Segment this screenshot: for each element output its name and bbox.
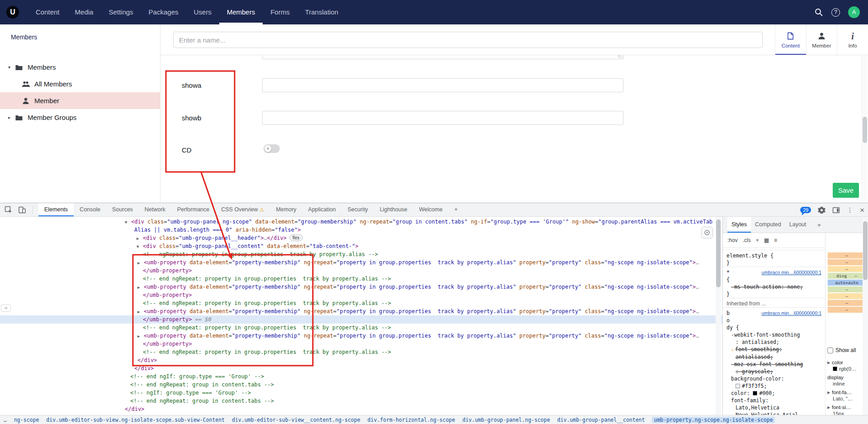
dom-tree-node[interactable]: <!-- end ngIf: group.type === 'Group' --… bbox=[0, 372, 722, 381]
dom-breadcrumb[interactable]: ng-scope bbox=[14, 417, 39, 423]
disclosure-triangle-icon[interactable]: ▶ bbox=[137, 332, 144, 340]
dom-tree-node[interactable]: <!-- end ngRepeat: property in group.pro… bbox=[0, 299, 722, 307]
stylesheet-source-link[interactable]: umbraco.min…600000000:1 bbox=[761, 269, 821, 276]
sidebar-tab-layout[interactable]: Layout bbox=[785, 217, 811, 233]
dom-tree-node[interactable]: ▼<div class="umb-group-panel__content" d… bbox=[0, 242, 722, 250]
styles-filter-item[interactable]: ≡ bbox=[774, 237, 777, 243]
box-model-row[interactable]: ding – bbox=[827, 272, 866, 279]
disclosure-triangle-icon[interactable]: ▶ bbox=[137, 308, 144, 316]
devtools-tab-css-overview[interactable]: CSS Overview⚠ bbox=[215, 203, 270, 216]
dom-tree-node[interactable]: Alias || vm.tabs.length === 0" aria-hidd… bbox=[0, 226, 722, 234]
textarea-bottom-remnant[interactable] bbox=[262, 55, 623, 59]
box-model-row[interactable]: auto×auto bbox=[827, 279, 866, 286]
devtools-tab-sources[interactable]: Sources bbox=[106, 203, 139, 216]
topnav-item-members[interactable]: Members bbox=[219, 0, 263, 24]
field-input-showa[interactable] bbox=[262, 78, 623, 92]
computed-property-display[interactable]: displayinline bbox=[827, 375, 868, 386]
tree-caret-icon[interactable]: ▾ bbox=[8, 65, 15, 70]
computed-property-color[interactable]: ▶colorrgb(0… bbox=[827, 360, 868, 372]
disclosure-triangle-icon[interactable]: ▼ bbox=[137, 243, 143, 251]
dom-tree-node[interactable]: <!-- end ngRepeat: group in content.tabs… bbox=[0, 381, 722, 389]
computed-property-font-fa-[interactable]: ▶font-fa…Lato, "… bbox=[827, 390, 868, 401]
topnav-item-users[interactable]: Users bbox=[186, 0, 219, 24]
close-devtools-icon[interactable]: × bbox=[860, 206, 864, 214]
dom-tree-node[interactable]: <!-- ngIf: group.type === 'Group' --> bbox=[0, 389, 722, 397]
dom-tree-node[interactable]: <!-- end ngRepeat: property in group.pro… bbox=[0, 275, 722, 283]
resize-grip-icon[interactable] bbox=[618, 55, 623, 58]
devtools-tab-console[interactable]: Console bbox=[74, 203, 106, 216]
device-toolbar-icon[interactable] bbox=[18, 206, 26, 214]
dom-tree-node[interactable]: </umb-property> bbox=[0, 340, 722, 348]
dom-tree-node[interactable]: <!-- end ngRepeat: property in group.pro… bbox=[0, 324, 722, 332]
box-model-row[interactable]: – bbox=[827, 306, 866, 313]
disclosure-triangle-icon[interactable]: ▶ bbox=[137, 234, 143, 243]
page-scrollbar-thumb[interactable] bbox=[863, 117, 867, 143]
tree-item-all-members[interactable]: All Members bbox=[0, 76, 160, 92]
more-options-icon[interactable]: ⋮ bbox=[847, 206, 853, 214]
gear-icon[interactable] bbox=[818, 206, 826, 214]
box-model-row[interactable]: – bbox=[827, 300, 866, 306]
dom-tree-node[interactable]: <!-- end ngRepeat: group in content.tabs… bbox=[0, 397, 722, 405]
expand-arrow-icon[interactable]: ▶ bbox=[827, 391, 832, 395]
sidebar-tab-computed[interactable]: Computed bbox=[751, 217, 785, 233]
dom-breadcrumb[interactable]: div.umb-group-panel__content bbox=[557, 417, 645, 423]
topnav-item-packages[interactable]: Packages bbox=[141, 0, 186, 24]
expand-arrow-icon[interactable]: ▶ bbox=[827, 361, 832, 365]
dom-tree-node[interactable]: ▶<div class="umb-group-panel__header">…<… bbox=[0, 234, 722, 242]
toggle-switch-off[interactable]: × bbox=[264, 144, 280, 153]
editor-tab-info[interactable]: iInfo bbox=[837, 24, 868, 55]
devtools-tab-new-tab[interactable]: + bbox=[448, 203, 463, 216]
search-icon[interactable] bbox=[814, 8, 823, 17]
devtools-tab-welcome[interactable]: Welcome bbox=[413, 203, 448, 216]
dom-tree-node[interactable]: ▼<div class="umb-group-panel ng-scope" d… bbox=[0, 218, 722, 226]
styles-filter-item[interactable]: :hov bbox=[727, 237, 738, 243]
topnav-item-translation[interactable]: Translation bbox=[297, 0, 346, 24]
topnav-item-content[interactable]: Content bbox=[28, 0, 67, 24]
dom-tree-node[interactable]: </div> bbox=[0, 364, 722, 372]
dom-tree-node[interactable]: ▶<umb-property data-element="property-me… bbox=[0, 258, 722, 267]
topnav-item-settings[interactable]: Settings bbox=[101, 0, 141, 24]
line-overflow-dots[interactable]: ⋯ bbox=[1, 305, 11, 312]
dom-breadcrumb[interactable]: div.form-horizontal.ng-scope bbox=[368, 417, 455, 423]
dom-tree-node[interactable]: ▶<umb-property data-element="property-me… bbox=[0, 332, 722, 340]
dom-breadcrumb[interactable]: div.umb-editor-sub-view.ng-isolate-scope… bbox=[46, 417, 225, 423]
show-all-checkbox[interactable] bbox=[827, 348, 833, 353]
avatar[interactable]: A bbox=[848, 6, 860, 18]
dock-side-icon[interactable] bbox=[832, 206, 840, 214]
umbraco-logo[interactable]: U bbox=[6, 6, 19, 19]
tree-caret-icon[interactable]: ▸ bbox=[8, 115, 15, 120]
help-icon[interactable]: ? bbox=[831, 8, 840, 17]
more-tabs-icon[interactable]: » bbox=[817, 221, 821, 228]
issues-count-badge[interactable]: 29 bbox=[800, 207, 811, 213]
box-model-row[interactable]: – bbox=[827, 293, 866, 300]
styles-filter-item[interactable]: + bbox=[756, 237, 759, 243]
disclosure-triangle-icon[interactable]: ▼ bbox=[125, 218, 131, 226]
box-model-row[interactable]: – bbox=[827, 286, 866, 293]
box-model-row[interactable]: – bbox=[827, 252, 866, 259]
name-input[interactable] bbox=[173, 32, 763, 48]
topnav-item-media[interactable]: Media bbox=[67, 0, 101, 24]
topnav-item-forms[interactable]: Forms bbox=[263, 0, 297, 24]
devtools-tab-elements[interactable]: Elements bbox=[38, 203, 74, 216]
save-button[interactable]: Save bbox=[833, 183, 859, 198]
devtools-tab-lighthouse[interactable]: Lighthouse bbox=[374, 203, 413, 216]
dom-tree-node[interactable]: </umb-property> bbox=[0, 267, 722, 275]
styles-filter-item[interactable]: .cls bbox=[743, 237, 751, 243]
dom-tree-node[interactable]: ▶<umb-property data-element="property-me… bbox=[0, 307, 722, 315]
dom-tree-node[interactable]: ▶<umb-property data-element="property-me… bbox=[0, 283, 722, 291]
devtools-tab-memory[interactable]: Memory bbox=[270, 203, 302, 216]
tree-item-members[interactable]: ▾Members bbox=[0, 59, 160, 76]
styles-filter-item[interactable]: ▦ bbox=[764, 237, 769, 243]
devtools-tab-application[interactable]: Application bbox=[302, 203, 342, 216]
disclosure-triangle-icon[interactable]: ▶ bbox=[137, 259, 144, 267]
dom-breadcrumb[interactable]: div.umb-group-panel.ng-scope bbox=[462, 417, 550, 423]
editor-tab-content[interactable]: Content bbox=[775, 24, 806, 55]
dom-tree-node[interactable]: </umb-property> bbox=[0, 291, 722, 299]
sidebar-scrollbar[interactable] bbox=[863, 217, 868, 415]
dom-breadcrumb[interactable]: div.umb-editor-sub-view__content.ng-scop… bbox=[232, 417, 360, 423]
breadcrumb-overflow[interactable]: … bbox=[4, 417, 7, 423]
box-model-row[interactable]: – bbox=[827, 266, 866, 272]
color-swatch[interactable] bbox=[736, 384, 740, 388]
field-input-showb[interactable] bbox=[262, 111, 623, 125]
box-model-row[interactable]: – bbox=[827, 259, 866, 266]
